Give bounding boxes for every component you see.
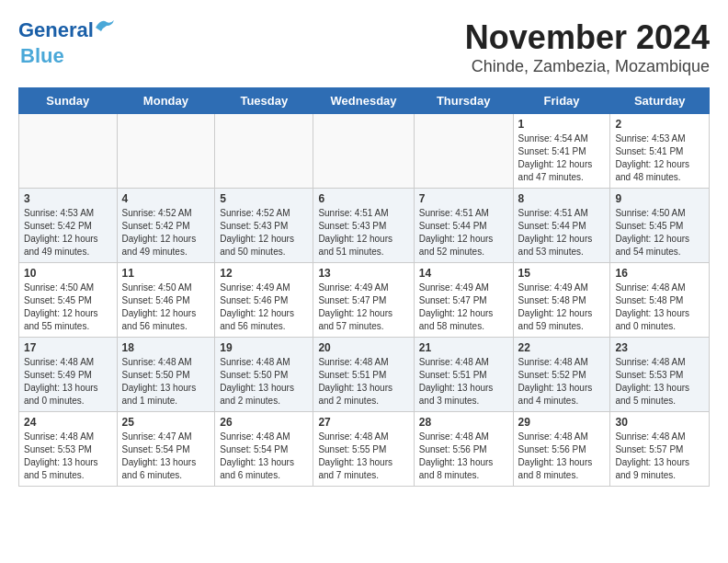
day-number: 21: [419, 341, 508, 354]
day-number: 18: [122, 341, 210, 354]
day-number: 16: [615, 267, 704, 280]
table-row: 27Sunrise: 4:48 AM Sunset: 5:55 PM Dayli…: [313, 412, 414, 487]
table-row: 5Sunrise: 4:52 AM Sunset: 5:43 PM Daylig…: [215, 189, 313, 263]
header-monday: Monday: [117, 88, 215, 114]
weekday-header-row: Sunday Monday Tuesday Wednesday Thursday…: [19, 88, 710, 114]
table-row: 4Sunrise: 4:52 AM Sunset: 5:42 PM Daylig…: [117, 189, 215, 263]
logo-bird-icon: [94, 18, 114, 35]
day-info: Sunrise: 4:49 AM Sunset: 5:46 PM Dayligh…: [220, 282, 308, 333]
day-number: 25: [122, 416, 210, 429]
table-row: [313, 114, 414, 189]
week-row-3: 10Sunrise: 4:50 AM Sunset: 5:45 PM Dayli…: [19, 263, 710, 338]
day-info: Sunrise: 4:49 AM Sunset: 5:47 PM Dayligh…: [318, 282, 408, 333]
day-info: Sunrise: 4:50 AM Sunset: 5:46 PM Dayligh…: [122, 282, 210, 333]
table-row: 1Sunrise: 4:54 AM Sunset: 5:41 PM Daylig…: [513, 114, 610, 189]
day-info: Sunrise: 4:48 AM Sunset: 5:57 PM Dayligh…: [615, 431, 704, 482]
day-number: 23: [615, 341, 704, 354]
day-number: 24: [24, 416, 112, 429]
table-row: 29Sunrise: 4:48 AM Sunset: 5:56 PM Dayli…: [513, 412, 610, 487]
day-number: 11: [122, 267, 210, 280]
day-info: Sunrise: 4:48 AM Sunset: 5:54 PM Dayligh…: [220, 431, 308, 482]
table-row: [117, 114, 215, 189]
week-row-2: 3Sunrise: 4:53 AM Sunset: 5:42 PM Daylig…: [19, 189, 710, 263]
day-number: 19: [220, 341, 308, 354]
logo: General Blue: [18, 18, 94, 68]
location-subtitle: Chinde, Zambezia, Mozambique: [18, 57, 710, 76]
table-row: 25Sunrise: 4:47 AM Sunset: 5:54 PM Dayli…: [117, 412, 215, 487]
day-info: Sunrise: 4:53 AM Sunset: 5:42 PM Dayligh…: [24, 207, 112, 259]
day-info: Sunrise: 4:47 AM Sunset: 5:54 PM Dayligh…: [122, 431, 210, 482]
day-info: Sunrise: 4:50 AM Sunset: 5:45 PM Dayligh…: [615, 207, 704, 259]
day-info: Sunrise: 4:49 AM Sunset: 5:47 PM Dayligh…: [419, 282, 508, 333]
day-info: Sunrise: 4:51 AM Sunset: 5:43 PM Dayligh…: [318, 207, 408, 259]
day-number: 30: [615, 416, 704, 429]
table-row: 16Sunrise: 4:48 AM Sunset: 5:48 PM Dayli…: [610, 263, 710, 338]
table-row: 10Sunrise: 4:50 AM Sunset: 5:45 PM Dayli…: [19, 263, 118, 338]
day-number: 20: [318, 341, 408, 354]
day-number: 10: [24, 267, 112, 280]
table-row: 8Sunrise: 4:51 AM Sunset: 5:44 PM Daylig…: [513, 189, 610, 263]
day-number: 1: [518, 118, 606, 131]
day-number: 26: [220, 416, 308, 429]
calendar-table: Sunday Monday Tuesday Wednesday Thursday…: [18, 87, 710, 487]
day-info: Sunrise: 4:48 AM Sunset: 5:56 PM Dayligh…: [518, 431, 606, 482]
day-info: Sunrise: 4:48 AM Sunset: 5:49 PM Dayligh…: [24, 356, 112, 408]
day-number: 13: [318, 267, 408, 280]
table-row: 9Sunrise: 4:50 AM Sunset: 5:45 PM Daylig…: [610, 189, 710, 263]
day-info: Sunrise: 4:48 AM Sunset: 5:50 PM Dayligh…: [122, 356, 210, 408]
day-number: 14: [419, 267, 508, 280]
day-info: Sunrise: 4:48 AM Sunset: 5:51 PM Dayligh…: [419, 356, 508, 408]
day-number: 2: [615, 118, 704, 131]
day-number: 22: [518, 341, 606, 354]
calendar-title-block: November 2024 Chinde, Zambezia, Mozambiq…: [18, 18, 710, 76]
table-row: 6Sunrise: 4:51 AM Sunset: 5:43 PM Daylig…: [313, 189, 414, 263]
table-row: 15Sunrise: 4:49 AM Sunset: 5:48 PM Dayli…: [513, 263, 610, 338]
table-row: 30Sunrise: 4:48 AM Sunset: 5:57 PM Dayli…: [610, 412, 710, 487]
day-number: 5: [220, 192, 308, 205]
table-row: [414, 114, 513, 189]
day-info: Sunrise: 4:48 AM Sunset: 5:53 PM Dayligh…: [24, 431, 112, 482]
day-number: 28: [419, 416, 508, 429]
day-info: Sunrise: 4:48 AM Sunset: 5:48 PM Dayligh…: [615, 282, 704, 333]
table-row: 28Sunrise: 4:48 AM Sunset: 5:56 PM Dayli…: [414, 412, 513, 487]
day-info: Sunrise: 4:49 AM Sunset: 5:48 PM Dayligh…: [518, 282, 606, 333]
table-row: 21Sunrise: 4:48 AM Sunset: 5:51 PM Dayli…: [414, 338, 513, 412]
table-row: 18Sunrise: 4:48 AM Sunset: 5:50 PM Dayli…: [117, 338, 215, 412]
day-number: 17: [24, 341, 112, 354]
week-row-4: 17Sunrise: 4:48 AM Sunset: 5:49 PM Dayli…: [19, 338, 710, 412]
table-row: [19, 114, 118, 189]
day-info: Sunrise: 4:50 AM Sunset: 5:45 PM Dayligh…: [24, 282, 112, 333]
day-number: 4: [122, 192, 210, 205]
header-sunday: Sunday: [19, 88, 118, 114]
day-info: Sunrise: 4:52 AM Sunset: 5:42 PM Dayligh…: [122, 207, 210, 259]
day-number: 15: [518, 267, 606, 280]
logo-general: General: [18, 18, 94, 41]
week-row-5: 24Sunrise: 4:48 AM Sunset: 5:53 PM Dayli…: [19, 412, 710, 487]
day-info: Sunrise: 4:48 AM Sunset: 5:50 PM Dayligh…: [220, 356, 308, 408]
header-wednesday: Wednesday: [313, 88, 414, 114]
day-info: Sunrise: 4:48 AM Sunset: 5:53 PM Dayligh…: [615, 356, 704, 408]
day-info: Sunrise: 4:51 AM Sunset: 5:44 PM Dayligh…: [419, 207, 508, 259]
table-row: 20Sunrise: 4:48 AM Sunset: 5:51 PM Dayli…: [313, 338, 414, 412]
table-row: 17Sunrise: 4:48 AM Sunset: 5:49 PM Dayli…: [19, 338, 118, 412]
day-info: Sunrise: 4:48 AM Sunset: 5:56 PM Dayligh…: [419, 431, 508, 482]
day-number: 6: [318, 192, 408, 205]
page-header: General Blue November 2024 Chinde, Zambe…: [18, 18, 710, 80]
day-info: Sunrise: 4:48 AM Sunset: 5:55 PM Dayligh…: [318, 431, 408, 482]
table-row: 11Sunrise: 4:50 AM Sunset: 5:46 PM Dayli…: [117, 263, 215, 338]
table-row: 26Sunrise: 4:48 AM Sunset: 5:54 PM Dayli…: [215, 412, 313, 487]
table-row: 19Sunrise: 4:48 AM Sunset: 5:50 PM Dayli…: [215, 338, 313, 412]
day-info: Sunrise: 4:54 AM Sunset: 5:41 PM Dayligh…: [518, 132, 606, 184]
table-row: 7Sunrise: 4:51 AM Sunset: 5:44 PM Daylig…: [414, 189, 513, 263]
table-row: [215, 114, 313, 189]
day-number: 9: [615, 192, 704, 205]
table-row: 14Sunrise: 4:49 AM Sunset: 5:47 PM Dayli…: [414, 263, 513, 338]
table-row: 24Sunrise: 4:48 AM Sunset: 5:53 PM Dayli…: [19, 412, 118, 487]
header-thursday: Thursday: [414, 88, 513, 114]
table-row: 23Sunrise: 4:48 AM Sunset: 5:53 PM Dayli…: [610, 338, 710, 412]
day-number: 7: [419, 192, 508, 205]
logo-blue: Blue: [20, 44, 64, 67]
table-row: 3Sunrise: 4:53 AM Sunset: 5:42 PM Daylig…: [19, 189, 118, 263]
day-info: Sunrise: 4:48 AM Sunset: 5:51 PM Dayligh…: [318, 356, 408, 408]
day-number: 27: [318, 416, 408, 429]
